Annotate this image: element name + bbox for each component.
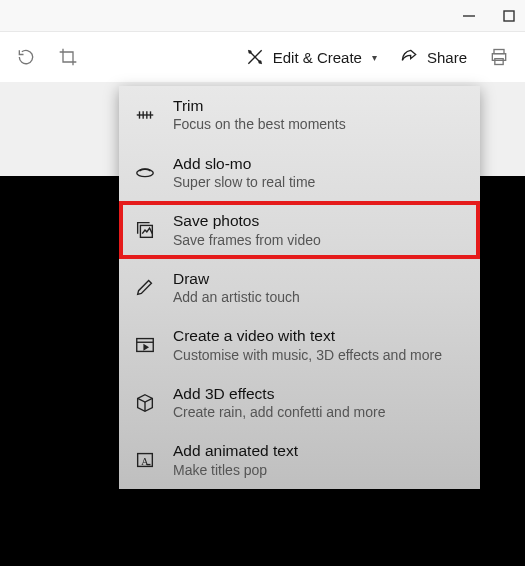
- share-button[interactable]: Share: [397, 41, 469, 73]
- menu-item-3d-effects[interactable]: Add 3D effects Create rain, add confetti…: [119, 374, 480, 432]
- menu-item-subtitle: Customise with music, 3D effects and mor…: [173, 346, 442, 364]
- svg-marker-16: [144, 345, 148, 350]
- maximize-button[interactable]: [499, 6, 519, 26]
- crop-icon: [58, 47, 78, 67]
- menu-item-subtitle: Super slow to real time: [173, 173, 315, 191]
- menu-item-title: Add slo-mo: [173, 154, 315, 173]
- edit-create-button[interactable]: Edit & Create ▾: [243, 41, 379, 73]
- save-photos-icon: [133, 218, 157, 242]
- draw-icon: [133, 275, 157, 299]
- print-button[interactable]: [487, 41, 511, 73]
- menu-item-video-text[interactable]: Create a video with text Customise with …: [119, 316, 480, 374]
- edit-create-label: Edit & Create: [273, 49, 362, 66]
- svg-rect-1: [504, 11, 514, 21]
- share-label: Share: [427, 49, 467, 66]
- menu-item-subtitle: Add an artistic touch: [173, 288, 300, 306]
- animated-text-icon: A: [133, 448, 157, 472]
- menu-item-trim[interactable]: Trim Focus on the best moments: [119, 86, 480, 144]
- svg-point-3: [259, 61, 261, 63]
- share-icon: [399, 47, 419, 67]
- rotate-icon: [16, 47, 36, 67]
- menu-item-title: Draw: [173, 269, 300, 288]
- svg-point-2: [249, 51, 251, 53]
- minimize-button[interactable]: [459, 6, 479, 26]
- edit-create-icon: [245, 47, 265, 67]
- edit-create-menu: Trim Focus on the best moments Add slo-m…: [119, 86, 480, 489]
- menu-item-subtitle: Create rain, add confetti and more: [173, 403, 385, 421]
- menu-item-save-photos[interactable]: Save photos Save frames from video: [119, 201, 480, 259]
- menu-item-subtitle: Save frames from video: [173, 231, 321, 249]
- menu-item-title: Add 3D effects: [173, 384, 385, 403]
- slomo-icon: [133, 160, 157, 184]
- menu-item-title: Create a video with text: [173, 326, 442, 345]
- menu-item-slomo[interactable]: Add slo-mo Super slow to real time: [119, 144, 480, 202]
- print-icon: [489, 47, 509, 67]
- video-text-icon: [133, 333, 157, 357]
- cube-icon: [133, 391, 157, 415]
- menu-item-title: Trim: [173, 96, 346, 115]
- menu-item-subtitle: Focus on the best moments: [173, 115, 346, 133]
- menu-item-title: Save photos: [173, 211, 321, 230]
- app-toolbar: Edit & Create ▾ Share: [0, 32, 525, 82]
- menu-item-title: Add animated text: [173, 441, 298, 460]
- menu-item-subtitle: Make titles pop: [173, 461, 298, 479]
- menu-item-animated-text[interactable]: A Add animated text Make titles pop: [119, 431, 480, 489]
- chevron-down-icon: ▾: [372, 52, 377, 63]
- svg-rect-6: [495, 59, 503, 65]
- window-titlebar: [0, 0, 525, 32]
- trim-icon: [133, 103, 157, 127]
- rotate-button[interactable]: [14, 41, 38, 73]
- crop-button[interactable]: [56, 41, 80, 73]
- menu-item-draw[interactable]: Draw Add an artistic touch: [119, 259, 480, 317]
